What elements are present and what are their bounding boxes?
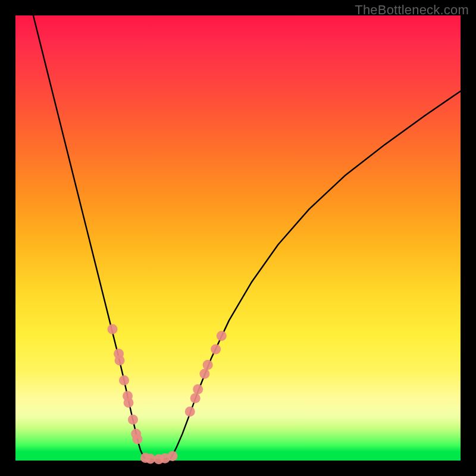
data-point [185, 406, 195, 416]
data-point [203, 360, 213, 370]
data-point [193, 384, 203, 394]
watermark-text: TheBottleneck.com [355, 2, 469, 18]
data-point [132, 434, 142, 444]
data-point [128, 415, 138, 425]
marker-group [108, 324, 227, 464]
chart-frame: TheBottleneck.com [0, 0, 476, 476]
plot-area [15, 15, 461, 461]
v-curve [33, 15, 461, 460]
data-point [108, 324, 118, 334]
curve-overlay [15, 15, 461, 461]
curve-group [33, 15, 461, 460]
data-point [199, 369, 209, 379]
data-point [123, 397, 133, 408]
data-point [115, 355, 125, 365]
data-point [190, 393, 201, 403]
data-point [217, 331, 227, 341]
data-point [168, 451, 178, 461]
data-point [119, 375, 129, 386]
data-point [211, 345, 221, 355]
